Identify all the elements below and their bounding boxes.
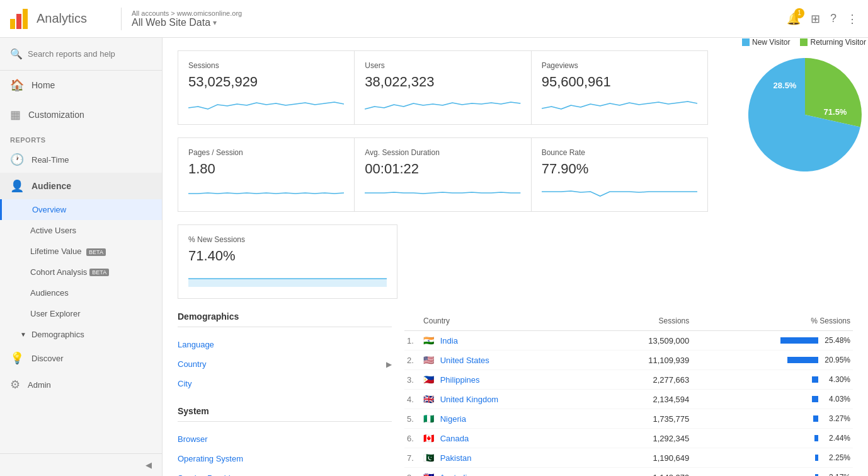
country-flag: 🇮🇳 — [423, 335, 434, 345]
apps-grid-button[interactable]: ⊞ — [811, 12, 820, 26]
language-link[interactable]: Language — [178, 335, 392, 354]
metric-new-sessions: % New Sessions 71.40% — [178, 225, 397, 298]
pct-value: 2.25% — [822, 453, 850, 462]
topbar-actions: 🔔 1 ⊞ ? ⋮ — [787, 12, 858, 26]
row-num: 8. — [404, 468, 421, 477]
sidebar-item-realtime[interactable]: 🕐 Real-Time — [0, 146, 162, 173]
sidebar-item-discover[interactable]: 💡 Discover — [0, 345, 162, 371]
country-link[interactable]: Country ▶ — [178, 354, 392, 374]
country-arrow-icon: ▶ — [386, 360, 392, 369]
country-name[interactable]: United States — [440, 356, 489, 365]
sidebar-item-customization[interactable]: ▦ Customization — [0, 100, 162, 130]
more-options-button[interactable]: ⋮ — [847, 12, 858, 26]
country-name[interactable]: Nigeria — [440, 414, 466, 424]
service-provider-link[interactable]: Service Provider — [178, 468, 392, 476]
sidebar-item-audiences[interactable]: Audiences — [0, 282, 162, 303]
app-container: Analytics All accounts > www.omicsonline… — [0, 0, 868, 476]
site-name: All Web Site Data — [132, 17, 210, 28]
pct-value: 4.03% — [822, 395, 850, 403]
country-flag: 🇵🇰 — [423, 453, 434, 463]
pie-chart-svg: 71.5% 28.5% — [742, 52, 868, 178]
city-label: City — [178, 379, 191, 388]
sidebar-bottom: ◀ — [0, 453, 162, 476]
pct-cell: 2.44% — [692, 429, 853, 448]
active-users-label: Active Users — [30, 226, 76, 235]
col-sessions: Sessions — [593, 311, 692, 331]
pct-value: 20.95% — [822, 356, 850, 364]
country-flag: 🇵🇭 — [423, 374, 434, 385]
sessions-value: 53,025,929 — [188, 74, 344, 90]
country-name[interactable]: Pakistan — [440, 453, 472, 463]
demographics-title: Demographics — [178, 311, 392, 327]
sidebar-item-home[interactable]: 🏠 Home — [0, 71, 162, 100]
system-section: System Browser Operating System Service … — [178, 406, 392, 476]
bounce-sparkline — [542, 182, 697, 201]
country-name[interactable]: Australia — [440, 473, 472, 476]
sidebar-item-cohort[interactable]: Cohort Analysis BETA — [0, 262, 162, 282]
pages-per-session-label: Pages / Session — [188, 148, 344, 157]
notifications-button[interactable]: 🔔 1 — [787, 12, 801, 26]
row-num: 5. — [404, 409, 421, 429]
svg-text:28.5%: 28.5% — [774, 81, 797, 90]
search-container: 🔍 — [0, 38, 162, 71]
user-explorer-label: User Explorer — [30, 309, 80, 318]
sidebar-collapse-button[interactable]: ◀ — [0, 454, 162, 476]
os-label: Operating System — [178, 454, 243, 463]
bar-visual — [812, 396, 818, 402]
pct-cell: 25.48% — [692, 331, 853, 351]
grid-icon: ⊞ — [811, 13, 820, 25]
table-row: 3. 🇵🇭 Philippines 2,277,663 4.30% — [404, 370, 853, 390]
bar-cell: 3.27% — [694, 414, 850, 423]
bar-visual — [787, 357, 818, 363]
bounce-rate-label: Bounce Rate — [542, 148, 697, 157]
sidebar-item-admin[interactable]: ⚙ Admin — [0, 371, 162, 398]
browser-link[interactable]: Browser — [178, 429, 392, 449]
sidebar-item-overview[interactable]: Overview — [0, 199, 162, 220]
country-name[interactable]: United Kingdom — [440, 395, 499, 404]
country-name[interactable]: Philippines — [440, 375, 480, 385]
system-title: System — [178, 406, 392, 422]
pct-cell: 4.03% — [692, 390, 853, 409]
demographics-section: Demographics Language Country ▶ City — [178, 311, 392, 393]
metric-bounce-rate: Bounce Rate 77.90% — [532, 138, 707, 211]
bar-cell: 2.25% — [694, 453, 850, 462]
sessions-cell: 13,509,000 — [593, 331, 692, 351]
table-row: 5. 🇳🇬 Nigeria 1,735,775 3.27% — [404, 409, 853, 429]
sidebar-item-audience[interactable]: 👤 Audience — [0, 173, 162, 199]
beta-badge-lifetime: BETA — [86, 248, 106, 256]
site-selector[interactable]: All Web Site Data ▾ — [132, 17, 242, 28]
topbar-logo: Analytics — [10, 9, 111, 29]
sessions-label: Sessions — [188, 61, 344, 70]
metrics-row-1: Sessions 53,025,929 Users 38,022,323 — [178, 50, 708, 125]
gear-icon: ⚙ — [10, 378, 20, 392]
table-header-row: Country Sessions % Sessions — [404, 311, 853, 331]
legend-new-visitor: New Visitor — [742, 38, 790, 47]
sidebar-item-lifetime[interactable]: Lifetime Value BETA — [0, 241, 162, 262]
users-sparkline — [365, 95, 520, 114]
chart-legend: New Visitor Returning Visitor — [742, 38, 866, 47]
country-name[interactable]: Canada — [440, 434, 469, 443]
search-input[interactable] — [28, 49, 152, 59]
country-cell: 🇵🇰 Pakistan — [421, 448, 593, 468]
help-button[interactable]: ? — [830, 12, 837, 25]
table-row: 7. 🇵🇰 Pakistan 1,190,649 2.25% — [404, 448, 853, 468]
metric-avg-session: Avg. Session Duration 00:01:22 — [355, 138, 531, 211]
returning-visitor-color — [800, 38, 808, 46]
sidebar-item-active-users[interactable]: Active Users — [0, 220, 162, 241]
city-link[interactable]: City — [178, 374, 392, 393]
os-link[interactable]: Operating System — [178, 449, 392, 468]
legend-returning-visitor: Returning Visitor — [800, 38, 866, 47]
row-num: 3. — [404, 370, 421, 390]
sidebar-item-demographics[interactable]: ▼ Demographics — [0, 324, 162, 345]
sidebar-item-user-explorer[interactable]: User Explorer — [0, 303, 162, 324]
pct-value: 2.17% — [822, 473, 850, 476]
analytics-title: Analytics — [37, 11, 87, 26]
topbar: Analytics All accounts > www.omicsonline… — [0, 0, 868, 38]
sessions-sparkline — [188, 95, 344, 114]
country-name[interactable]: India — [440, 336, 458, 345]
row-num: 7. — [404, 448, 421, 468]
sessions-cell: 1,190,649 — [593, 448, 692, 468]
clock-icon: 🕐 — [10, 153, 24, 166]
table-row: 8. 🇦🇺 Australia 1,148,279 2.17% — [404, 468, 853, 477]
breadcrumb: All accounts > www.omicsonline.org — [132, 9, 242, 17]
